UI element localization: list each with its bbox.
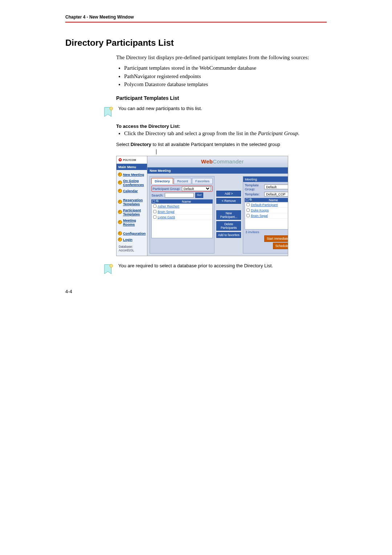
header-name-col: Name [160, 199, 213, 203]
right-pane: Meeting Template Group: Default Template… [243, 176, 288, 254]
instruction-steps: Click the Directory tab and select a gro… [124, 130, 327, 137]
note-row-1: You can add new participants to this lis… [100, 105, 327, 118]
sidebar-item-login[interactable]: Login [118, 236, 146, 243]
add-button[interactable]: Add > [216, 191, 241, 197]
header-name-col: Name [253, 198, 288, 202]
caption-bold: Directory [131, 142, 151, 147]
instruction-step: Click the Directory tab and select a gro… [124, 130, 327, 137]
sidebar-item-participant-templates[interactable]: Participant Templates [118, 207, 146, 217]
page-number: 4-4 [65, 289, 327, 294]
sidebar-item-label: Configuration [123, 231, 146, 235]
workarea: Directory Recent Favorites Participant G… [147, 174, 288, 256]
sub-heading: Participant Templates List [116, 95, 327, 101]
row-checkbox-wrap [152, 209, 156, 214]
header-icon-col: 🔍 [249, 198, 253, 202]
step-end: . [298, 130, 299, 136]
list-item[interactable]: Lynne Gazit [152, 215, 212, 220]
right-footer: Start Immediately Schedule... [245, 235, 288, 249]
body-block-2: To access the Directory List: Click the … [116, 123, 327, 256]
left-list-body: Asher Reichert Brain Segal Lynne Gazit [151, 203, 213, 238]
note-row-2: You are required to select a database pr… [100, 263, 327, 276]
sidebar-item-meeting-rooms[interactable]: Meeting Rooms [118, 217, 146, 227]
invitees-count: 3 invitees [245, 230, 288, 235]
search-label: Search: [151, 193, 163, 197]
sidebar-item-reservation-templates[interactable]: Reservation Templates [118, 197, 146, 207]
participant-group-row: Participant Group: Default [151, 186, 213, 192]
sidebar: POLYCOM Main Menu New Meeting On Going C… [117, 156, 147, 256]
sidebar-item-label: Reservation Templates [123, 198, 146, 206]
search-input[interactable] [165, 193, 194, 198]
row-name[interactable]: Asher Reichert [156, 204, 212, 208]
template-row: Template: Default_COP [245, 192, 288, 197]
sidebar-item-label: Calendar [123, 189, 138, 193]
header-checkbox-col: ☐ [151, 199, 156, 203]
sidebar-item-configuration[interactable]: Configuration [118, 230, 146, 236]
participant-group-label: Participant Group: [152, 187, 180, 191]
caption-rest: to list all available Participant templa… [151, 142, 280, 147]
screenshot-wrap: POLYCOM Main Menu New Meeting On Going C… [116, 156, 327, 256]
sidebar-item-new-meeting[interactable]: New Meeting [118, 171, 146, 178]
template-label: Template: [245, 192, 263, 196]
webcommander-window: POLYCOM Main Menu New Meeting On Going C… [116, 156, 288, 256]
instruction-heading: To access the Directory List: [116, 123, 327, 129]
template-group-label: Template Group: [245, 183, 263, 191]
middle-buttons: Add > < Remove New Participant... Delete… [216, 176, 241, 254]
start-immediately-button[interactable]: Start Immediately [264, 235, 288, 242]
row-name[interactable]: Default-Participant [249, 203, 288, 207]
header-icon-col: 🔍 [156, 199, 160, 203]
new-participant-button[interactable]: New Participant... [216, 210, 241, 220]
delete-participants-button[interactable]: Delete Participants [216, 221, 241, 231]
list-item[interactable]: Asher Reichert [152, 204, 212, 209]
list-item[interactable]: Duke Koops [245, 208, 288, 213]
remove-button[interactable]: < Remove [216, 198, 241, 204]
sidebar-item-label: On Going Conferences [123, 179, 146, 187]
template-select[interactable]: Default_COP [264, 192, 288, 197]
list-item[interactable]: Default-Participant [245, 202, 288, 208]
sidebar-item-label: New Meeting [123, 173, 144, 177]
sidebar-item-calendar[interactable]: Calendar [118, 188, 146, 194]
header-checkbox-col: ☐ [245, 198, 249, 202]
row-name[interactable]: Brain Segal [249, 214, 288, 218]
note-bookmark-icon [100, 105, 116, 118]
participant-group-select[interactable]: Default [182, 186, 211, 191]
tab-recent[interactable]: Recent [174, 178, 191, 184]
template-group-row: Template Group: Default [245, 183, 288, 191]
list-item[interactable]: Brain Segal [152, 209, 212, 215]
schedule-button[interactable]: Schedule... [273, 243, 288, 249]
list-item[interactable]: Brain Segal [245, 213, 288, 219]
step-text-b: y tab and select a group from the list i… [163, 130, 258, 136]
source-list: Participant templates stored in the WebC… [124, 64, 327, 89]
sidebar-item-ongoing[interactable]: On Going Conferences [118, 178, 146, 188]
right-pane-heading: Meeting [243, 177, 288, 182]
polycom-logo: POLYCOM [117, 156, 147, 164]
svg-point-0 [110, 107, 113, 110]
bullet-icon [118, 173, 122, 177]
caption-pointer-line [156, 149, 156, 154]
bullet-icon [118, 238, 122, 242]
search-row: Search: Go! [151, 193, 213, 198]
row-checkbox-wrap [245, 202, 249, 207]
row-name[interactable]: Brain Segal [156, 210, 212, 214]
row-name[interactable]: Lynne Gazit [156, 215, 212, 219]
tab-directory[interactable]: Directory [151, 178, 173, 184]
caption-prefix: Select [116, 142, 131, 147]
sidebar-item-label: Participant Templates [123, 208, 146, 216]
template-group-select[interactable]: Default [264, 185, 288, 189]
bullet-icon [118, 220, 122, 224]
intro-paragraph: The Directory list displays pre-defined … [116, 54, 327, 61]
content-area: WebCommander New Meeting Directory Recen… [147, 156, 288, 256]
bullet-icon [118, 181, 122, 185]
sub-banner: New Meeting [147, 167, 288, 174]
add-to-favorites-button[interactable]: Add to favorites [216, 232, 241, 238]
sidebar-database-note: Database: Accord1GL [118, 243, 146, 254]
banner: WebCommander [147, 156, 288, 167]
row-checkbox-wrap [152, 214, 156, 220]
note-text-2: You are required to select a database pr… [116, 263, 327, 269]
tab-favorites[interactable]: Favorites [192, 178, 213, 184]
sidebar-item-label: Login [123, 238, 132, 242]
row-name[interactable]: Duke Koops [249, 208, 288, 212]
step-text-a: Click the Director [124, 130, 163, 136]
go-button[interactable]: Go! [195, 193, 203, 198]
left-list-header: ☐ 🔍 Name [151, 199, 213, 203]
bullet-icon [118, 189, 122, 193]
